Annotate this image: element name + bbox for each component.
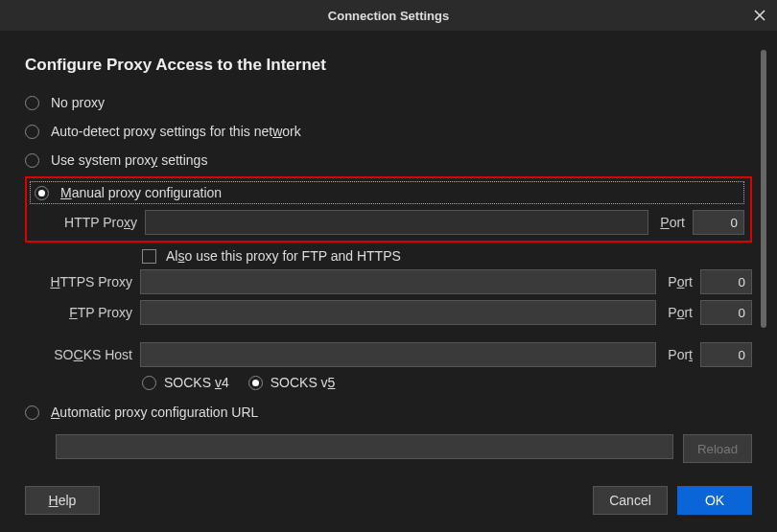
socks-host-row: SOCKS Host Port <box>25 342 752 367</box>
http-proxy-row: HTTP Proxy Port <box>30 210 744 235</box>
help-button[interactable]: Help <box>25 486 100 515</box>
page-heading: Configure Proxy Access to the Internet <box>25 56 752 75</box>
https-port-label: Port <box>664 274 693 289</box>
ftp-proxy-label: FTP Proxy <box>25 305 132 320</box>
https-proxy-label: HTTPS Proxy <box>25 274 132 289</box>
socks-host-input[interactable] <box>140 342 656 367</box>
scrollbar[interactable] <box>761 50 766 328</box>
https-port-input[interactable] <box>700 269 752 294</box>
radio-socks-v5[interactable]: SOCKS v5 <box>248 375 336 390</box>
radio-label: No proxy <box>51 95 105 110</box>
window-title: Connection Settings <box>328 9 449 23</box>
radio-icon <box>35 186 49 200</box>
titlebar: Connection Settings <box>0 0 777 31</box>
socks-host-label: SOCKS Host <box>25 347 132 362</box>
radio-icon <box>25 405 39 420</box>
radio-label: Automatic proxy configuration URL <box>51 405 258 420</box>
socks-version-row: SOCKS v4 SOCKS v5 <box>142 375 752 390</box>
http-proxy-label: HTTP Proxy <box>30 215 137 230</box>
auto-config-input-row: Reload <box>56 434 752 463</box>
auto-config-url-input[interactable] <box>56 434 673 459</box>
http-proxy-input[interactable] <box>145 210 648 235</box>
radio-label: Manual proxy configuration <box>60 185 222 200</box>
radio-label: SOCKS v4 <box>164 375 229 390</box>
radio-label: Auto-detect proxy settings for this netw… <box>51 124 301 139</box>
right-button-group: Cancel OK <box>593 486 752 515</box>
highlighted-region: Manual proxy configuration HTTP Proxy Po… <box>25 176 752 243</box>
radio-label: SOCKS v5 <box>271 375 336 390</box>
ftp-proxy-row: FTP Proxy Port <box>25 300 752 325</box>
cancel-button[interactable]: Cancel <box>593 486 668 515</box>
radio-no-proxy[interactable]: No proxy <box>25 88 752 117</box>
radio-icon <box>25 153 39 168</box>
radio-icon <box>248 376 263 390</box>
radio-auto-detect[interactable]: Auto-detect proxy settings for this netw… <box>25 117 752 146</box>
socks-port-label: Port <box>664 347 693 362</box>
button-bar: Help Cancel OK <box>0 472 777 529</box>
dialog-content: Configure Proxy Access to the Internet N… <box>0 31 777 472</box>
radio-system-proxy[interactable]: Use system proxy settings <box>25 146 752 174</box>
http-port-label: Port <box>656 215 685 230</box>
close-icon <box>754 10 765 21</box>
radio-label: Use system proxy settings <box>51 152 207 168</box>
radio-auto-config-url[interactable]: Automatic proxy configuration URL <box>25 398 752 427</box>
radio-socks-v4[interactable]: SOCKS v4 <box>142 375 229 390</box>
ok-button[interactable]: OK <box>677 486 752 515</box>
ftp-proxy-input[interactable] <box>140 300 656 325</box>
radio-icon <box>25 125 39 139</box>
close-button[interactable] <box>750 6 769 25</box>
radio-manual-proxy[interactable]: Manual proxy configuration <box>30 181 744 204</box>
radio-icon <box>25 96 39 110</box>
ftp-port-label: Port <box>664 305 693 320</box>
also-use-proxy-checkbox[interactable]: Also use this proxy for FTP and HTTPS <box>142 248 752 264</box>
checkbox-icon <box>142 249 156 264</box>
checkbox-label: Also use this proxy for FTP and HTTPS <box>166 248 401 264</box>
reload-button[interactable]: Reload <box>683 434 752 463</box>
radio-icon <box>142 376 156 390</box>
https-proxy-input[interactable] <box>140 269 656 294</box>
http-port-input[interactable] <box>693 210 744 235</box>
socks-port-input[interactable] <box>700 342 752 367</box>
https-proxy-row: HTTPS Proxy Port <box>25 269 752 294</box>
ftp-port-input[interactable] <box>700 300 752 325</box>
